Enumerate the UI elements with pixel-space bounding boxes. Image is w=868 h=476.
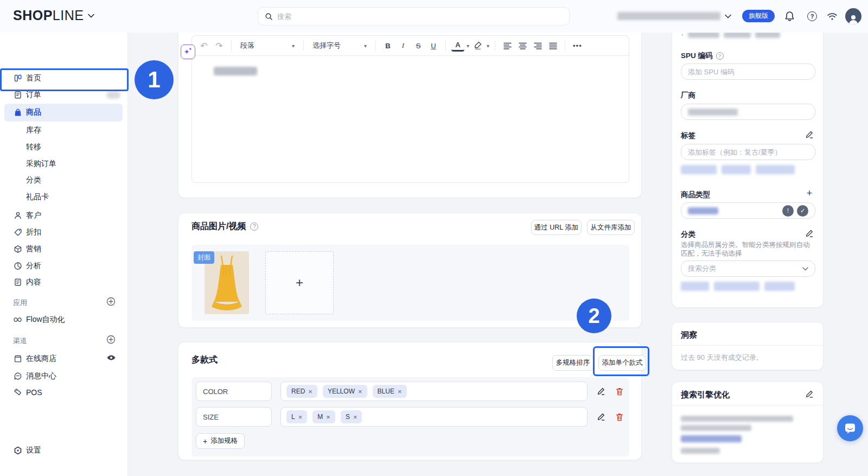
edit-variant-pencil-icon[interactable]	[596, 412, 606, 422]
delete-variant-trash-icon[interactable]	[615, 386, 624, 396]
text-color-button[interactable]: A	[451, 40, 464, 52]
remove-option-icon[interactable]: ×	[358, 388, 362, 396]
vendor-label: 厂商	[681, 91, 695, 100]
variant-options-field[interactable]: RED× YELLOW× BLUE×	[280, 382, 588, 401]
option-chip: L×	[286, 410, 307, 423]
sidebar-item-products[interactable]: 商品	[0, 107, 128, 118]
sidebar-item-settings[interactable]: 设置	[0, 445, 128, 456]
rich-text-editor[interactable]: ↶ ↷ 段落▾ 选择字号▾ B I S U A ▾ ▾ •••	[192, 35, 629, 183]
message-center-icon	[13, 372, 22, 381]
store-switcher-chevron-icon[interactable]	[722, 10, 735, 23]
edit-seo-pencil-icon[interactable]	[805, 389, 814, 399]
strikethrough-button[interactable]: S	[412, 39, 425, 53]
global-search[interactable]	[258, 7, 570, 26]
vendor-input[interactable]	[681, 104, 815, 120]
editor-content[interactable]	[192, 56, 629, 183]
sidebar-item-content[interactable]: 内容	[0, 277, 128, 288]
sidebar-item-pos[interactable]: POS	[0, 387, 128, 398]
paragraph-style-dropdown[interactable]: 段落▾	[237, 41, 298, 50]
sort-specs-button[interactable]: 多规格排序	[552, 355, 593, 371]
analytics-pie-icon	[13, 262, 22, 271]
align-center-button[interactable]	[516, 39, 529, 53]
sidebar-item-flow[interactable]: Flow自动化	[0, 314, 128, 325]
sidebar-item-analytics[interactable]: 分析	[0, 261, 128, 271]
undo-icon[interactable]: ↶	[197, 39, 210, 53]
tags-label: 标签	[681, 131, 695, 141]
view-store-eye-icon[interactable]	[106, 354, 116, 364]
type-warning-icon[interactable]: !	[782, 205, 794, 217]
add-channel-icon[interactable]	[106, 335, 116, 344]
sidebar-item-gift-cards[interactable]: 礼品卡	[0, 192, 128, 202]
account-avatar[interactable]	[845, 8, 861, 24]
category-select[interactable]: 搜索分类	[681, 261, 815, 277]
notifications-bell-icon[interactable]	[783, 10, 796, 23]
product-type-label: 商品类型	[681, 190, 710, 200]
flow-automation-icon	[13, 315, 22, 325]
sidebar-item-collections[interactable]: 分类	[0, 175, 128, 186]
type-confirm-icon[interactable]: ✓	[797, 205, 808, 217]
insights-empty-text: 过去 90 天没有成交记录。	[681, 353, 763, 363]
spu-input[interactable]	[681, 64, 815, 80]
sidebar-item-orders[interactable]: 订单	[0, 90, 128, 100]
edit-tags-pencil-icon[interactable]	[805, 130, 814, 139]
product-type-input[interactable]: ! ✓	[681, 202, 815, 219]
redo-icon[interactable]: ↷	[213, 39, 226, 53]
editor-toolbar: ↶ ↷ 段落▾ 选择字号▾ B I S U A ▾ ▾ •••	[192, 36, 629, 56]
add-media-button[interactable]: +	[265, 251, 334, 314]
edit-variant-pencil-icon[interactable]	[596, 386, 606, 396]
topbar: SHOPLINE 旗舰版 ?	[0, 0, 868, 33]
spu-help-icon[interactable]: ?	[716, 52, 724, 60]
sidebar-item-purchase-orders[interactable]: 采购订单	[0, 158, 128, 169]
italic-button[interactable]: I	[397, 39, 410, 53]
variant-name-input[interactable]	[196, 382, 272, 401]
highlight-pen-button[interactable]	[471, 39, 484, 53]
plus-icon: +	[296, 275, 303, 290]
highlight-caret-icon[interactable]: ▾	[487, 43, 489, 49]
media-help-icon[interactable]: ?	[250, 223, 258, 231]
sidebar-item-customers[interactable]: 客户	[0, 210, 128, 221]
more-tools-button[interactable]: •••	[571, 39, 584, 53]
ai-assistant-button[interactable]: ✦✦	[181, 45, 195, 59]
content-doc-icon	[13, 278, 22, 287]
option-chip: M×	[312, 410, 335, 423]
sidebar-item-online-store[interactable]: 在线商店	[0, 353, 128, 364]
sidebar-item-inventory[interactable]: 库存	[0, 125, 128, 136]
variant-options-field[interactable]: L× M× S×	[280, 407, 588, 427]
align-left-button[interactable]	[501, 39, 514, 53]
font-size-dropdown[interactable]: 选择字号▾	[309, 41, 370, 50]
underline-button[interactable]: U	[427, 39, 440, 53]
bold-button[interactable]: B	[381, 39, 394, 53]
annotation-box-step1	[0, 68, 129, 91]
remove-option-icon[interactable]: ×	[308, 388, 312, 396]
chat-bubble-icon	[844, 422, 857, 435]
category-chips-redacted	[681, 282, 795, 291]
delete-variant-trash-icon[interactable]	[615, 412, 624, 422]
align-justify-button[interactable]	[546, 39, 559, 53]
sidebar-item-message-center[interactable]: 消息中心	[0, 371, 128, 382]
remove-option-icon[interactable]: ×	[326, 413, 330, 421]
sidebar-item-discounts[interactable]: 折扣	[0, 227, 128, 238]
settings-gear-icon	[13, 446, 22, 455]
variant-name-input[interactable]	[196, 407, 272, 427]
sidebar-item-marketing[interactable]: 营销	[0, 244, 128, 255]
help-icon[interactable]: ?	[806, 10, 819, 23]
add-app-icon[interactable]	[106, 297, 116, 306]
add-from-library-button[interactable]: 从文件库添加	[587, 220, 635, 235]
edit-category-pencil-icon[interactable]	[805, 229, 814, 238]
remove-option-icon[interactable]: ×	[353, 413, 358, 421]
search-input[interactable]	[277, 12, 563, 21]
align-right-button[interactable]	[531, 39, 544, 53]
marketing-cube-icon	[13, 245, 22, 254]
remove-option-icon[interactable]: ×	[398, 388, 402, 396]
text-color-caret-icon[interactable]: ▾	[467, 43, 469, 49]
add-by-url-button[interactable]: 通过 URL 添加	[531, 220, 582, 235]
support-chat-button[interactable]	[837, 415, 863, 441]
sidebar-item-transfers[interactable]: 转移	[0, 142, 128, 153]
add-product-type-icon[interactable]: +	[805, 188, 814, 198]
tags-input[interactable]	[681, 144, 815, 160]
network-wifi-icon[interactable]	[826, 10, 839, 23]
remove-option-icon[interactable]: ×	[298, 413, 303, 421]
product-image-tile[interactable]: 封面	[205, 251, 249, 314]
shopline-logo[interactable]: SHOPLINE	[13, 8, 94, 23]
add-spec-button[interactable]: + 添加规格	[196, 433, 245, 449]
